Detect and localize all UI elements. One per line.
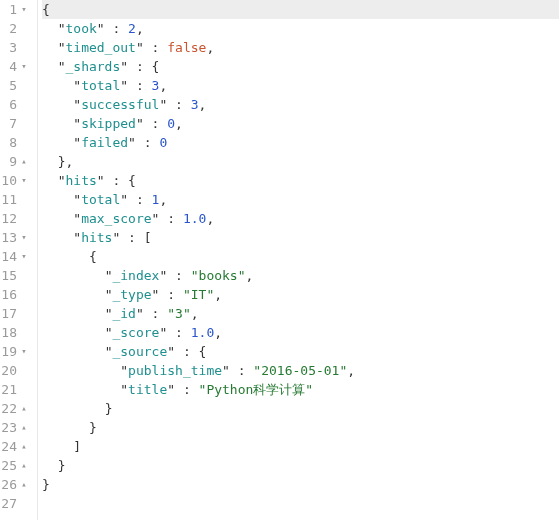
fold-icon[interactable]: ▾ — [19, 228, 29, 247]
code-line[interactable]: "_id" : "3", — [42, 304, 559, 323]
code-line[interactable]: "_shards" : { — [42, 57, 559, 76]
fold-icon[interactable]: ▴ — [19, 399, 29, 418]
code-line[interactable]: "hits" : { — [42, 171, 559, 190]
code-line[interactable]: "_score" : 1.0, — [42, 323, 559, 342]
code-line[interactable] — [42, 494, 559, 513]
code-line[interactable]: "skipped" : 0, — [42, 114, 559, 133]
code-line[interactable]: "total" : 3, — [42, 76, 559, 95]
code-line[interactable]: "total" : 1, — [42, 190, 559, 209]
fold-icon[interactable]: ▴ — [19, 475, 29, 494]
fold-icon[interactable]: ▴ — [19, 456, 29, 475]
fold-icon[interactable]: ▾ — [19, 171, 29, 190]
code-line[interactable]: { — [42, 247, 559, 266]
line-number[interactable]: 8 — [0, 133, 29, 152]
line-number[interactable]: 25▴ — [0, 456, 29, 475]
fold-icon[interactable]: ▾ — [19, 247, 29, 266]
code-line[interactable]: "timed_out" : false, — [42, 38, 559, 57]
line-number[interactable]: 13▾ — [0, 228, 29, 247]
code-line[interactable]: "hits" : [ — [42, 228, 559, 247]
line-number[interactable]: 26▴ — [0, 475, 29, 494]
line-number[interactable]: 7 — [0, 114, 29, 133]
line-number[interactable]: 3 — [0, 38, 29, 57]
line-number[interactable]: 23▴ — [0, 418, 29, 437]
code-line[interactable]: "max_score" : 1.0, — [42, 209, 559, 228]
line-number[interactable]: 11 — [0, 190, 29, 209]
code-line[interactable]: ] — [42, 437, 559, 456]
line-number[interactable]: 12 — [0, 209, 29, 228]
line-gutter: 1▾ 2 3 4▾ 5 6 7 8 9▴ 10▾ 11 12 13▾ 14▾ 1… — [0, 0, 38, 520]
line-number[interactable]: 5 — [0, 76, 29, 95]
line-number[interactable]: 20 — [0, 361, 29, 380]
line-number[interactable]: 16 — [0, 285, 29, 304]
code-line[interactable]: "_type" : "IT", — [42, 285, 559, 304]
line-number[interactable]: 27 — [0, 494, 29, 513]
code-line[interactable]: "_index" : "books", — [42, 266, 559, 285]
fold-icon[interactable]: ▾ — [19, 57, 29, 76]
code-line[interactable]: { — [42, 0, 559, 19]
code-line[interactable]: } — [42, 456, 559, 475]
line-number[interactable]: 10▾ — [0, 171, 29, 190]
code-line[interactable]: "title" : "Python科学计算" — [42, 380, 559, 399]
line-number[interactable]: 17 — [0, 304, 29, 323]
line-number[interactable]: 6 — [0, 95, 29, 114]
fold-icon[interactable]: ▾ — [19, 342, 29, 361]
line-number[interactable]: 9▴ — [0, 152, 29, 171]
line-number[interactable]: 19▾ — [0, 342, 29, 361]
code-line[interactable]: }, — [42, 152, 559, 171]
code-line[interactable]: "took" : 2, — [42, 19, 559, 38]
code-line[interactable]: "successful" : 3, — [42, 95, 559, 114]
fold-icon[interactable]: ▴ — [19, 418, 29, 437]
line-number[interactable]: 2 — [0, 19, 29, 38]
code-line[interactable]: } — [42, 475, 559, 494]
line-number[interactable]: 15 — [0, 266, 29, 285]
line-number[interactable]: 24▴ — [0, 437, 29, 456]
line-number[interactable]: 1▾ — [0, 0, 29, 19]
fold-icon[interactable]: ▴ — [19, 437, 29, 456]
code-editor: 1▾ 2 3 4▾ 5 6 7 8 9▴ 10▾ 11 12 13▾ 14▾ 1… — [0, 0, 559, 520]
code-line[interactable]: } — [42, 418, 559, 437]
code-line[interactable]: "failed" : 0 — [42, 133, 559, 152]
fold-icon[interactable]: ▾ — [19, 0, 29, 19]
line-number[interactable]: 21 — [0, 380, 29, 399]
code-area[interactable]: { "took" : 2, "timed_out" : false, "_sha… — [38, 0, 559, 520]
code-line[interactable]: } — [42, 399, 559, 418]
line-number[interactable]: 18 — [0, 323, 29, 342]
code-line[interactable]: "publish_time" : "2016-05-01", — [42, 361, 559, 380]
line-number[interactable]: 4▾ — [0, 57, 29, 76]
line-number[interactable]: 14▾ — [0, 247, 29, 266]
code-line[interactable]: "_source" : { — [42, 342, 559, 361]
fold-icon[interactable]: ▴ — [19, 152, 29, 171]
line-number[interactable]: 22▴ — [0, 399, 29, 418]
